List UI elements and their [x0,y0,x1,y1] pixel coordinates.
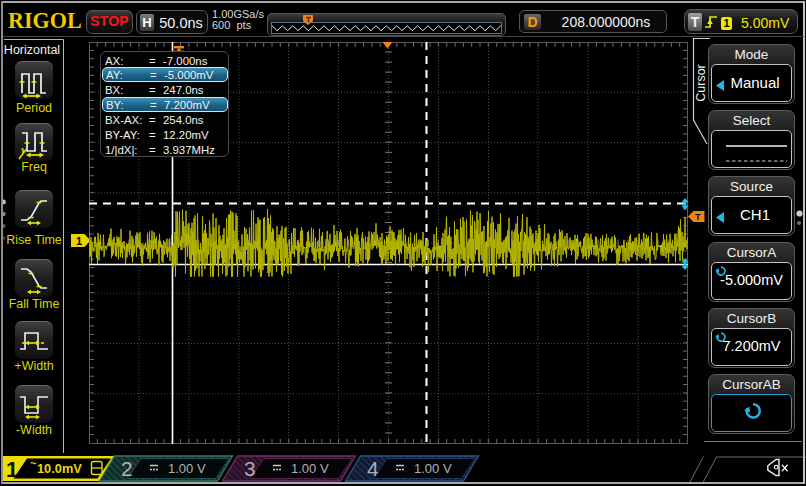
svg-text:T: T [695,211,701,222]
svg-text:~: ~ [30,457,37,469]
svg-text:2: 2 [121,457,133,480]
svg-text:3: 3 [244,457,256,480]
svg-text:10.0mV: 10.0mV [37,461,82,476]
svg-text:1.00 V: 1.00 V [168,461,206,476]
svg-text:4: 4 [367,457,379,480]
svg-text:1.00 V: 1.00 V [291,461,329,476]
svg-text:1.00 V: 1.00 V [414,461,452,476]
svg-text:1: 1 [76,235,82,247]
